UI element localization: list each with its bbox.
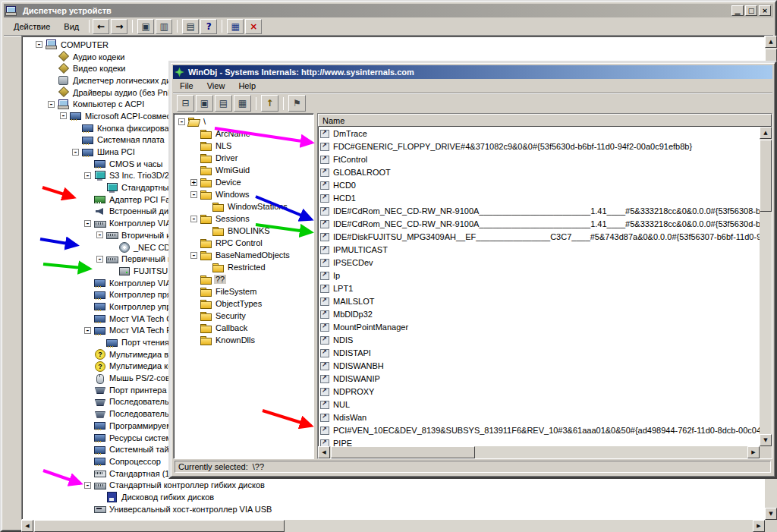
up-one-level-button[interactable]: ↑: [261, 95, 278, 112]
export-list-button[interactable]: ▤: [182, 19, 199, 34]
console-window-button[interactable]: ▣: [137, 19, 154, 34]
object-list-item[interactable]: IPSECDev: [318, 256, 760, 269]
object-list-item[interactable]: HCD0: [318, 178, 760, 191]
tree-item[interactable]: +??: [175, 273, 312, 285]
expander-icon[interactable]: -: [84, 172, 91, 179]
expander-icon[interactable]: -: [60, 112, 67, 119]
object-list-item[interactable]: IDE#DiskFUJITSU_MPG3409AH__EF___________…: [318, 230, 760, 243]
properties-flag-button[interactable]: ⚑: [288, 95, 306, 112]
object-list-item[interactable]: MAILSLOT: [318, 294, 760, 307]
restore-button[interactable]: □: [745, 5, 757, 16]
object-list-item[interactable]: GLOBALROOT: [318, 165, 760, 178]
tree-item[interactable]: +FileSystem: [175, 285, 312, 297]
tree-item[interactable]: +WindowStations: [175, 200, 312, 212]
object-list-item[interactable]: HCD1: [318, 191, 760, 204]
tree-item[interactable]: -Windows: [175, 188, 312, 200]
expander-icon[interactable]: +: [190, 179, 197, 186]
expander-icon[interactable]: -: [178, 118, 185, 125]
object-list-item[interactable]: Ip: [318, 269, 760, 282]
object-list-item[interactable]: IDE#CdRom_NEC_CD-RW_NR-9100A____________…: [318, 204, 760, 217]
object-list-item[interactable]: NDPROXY: [318, 385, 760, 398]
object-list-item[interactable]: NUL: [318, 398, 760, 411]
object-list-item[interactable]: NDIS: [318, 333, 760, 346]
scroll-right-button[interactable]: ▶: [747, 446, 760, 458]
remove-device-button[interactable]: ×: [245, 19, 262, 34]
object-list-item[interactable]: NDISWANIP: [318, 372, 760, 385]
expander-icon[interactable]: -: [190, 252, 197, 259]
object-list-item[interactable]: FtControl: [318, 153, 760, 165]
list-horizontal-scrollbar[interactable]: ◀ ▶: [318, 446, 760, 458]
tree-item[interactable]: +RPC Control: [175, 237, 312, 249]
object-list-item[interactable]: IDE#CdRom_NEC_CD-RW_NR-9100A____________…: [318, 217, 760, 230]
menu-file[interactable]: File: [173, 79, 200, 93]
scroll-left-button[interactable]: ◀: [318, 446, 330, 458]
dm-menu-item-0[interactable]: Действие: [7, 20, 57, 33]
show-hide-tree-button[interactable]: ▥: [156, 19, 172, 34]
menu-help[interactable]: Help: [231, 79, 263, 93]
dm-menu-item-1[interactable]: Вид: [57, 20, 86, 33]
tree-item[interactable]: +ObjectTypes: [175, 297, 312, 310]
object-list-item[interactable]: LPT1: [318, 282, 760, 294]
expander-icon[interactable]: -: [190, 216, 197, 222]
tree-item[interactable]: +WmiGuid: [175, 164, 312, 176]
horizontal-scrollbar[interactable]: ◀ ▶: [21, 520, 765, 532]
close-button[interactable]: ×: [759, 5, 771, 16]
scroll-right-button[interactable]: ▶: [753, 520, 765, 532]
expander-icon[interactable]: -: [96, 256, 103, 263]
object-list-item[interactable]: DmTrace: [318, 127, 760, 140]
object-list-item[interactable]: FDC#GENERIC_FLOPPY_DRIVE#4&371082c9&0&0#…: [318, 140, 760, 153]
device-manager-titlebar[interactable]: Диспетчер устройств ▁□×: [4, 4, 773, 17]
tree-item[interactable]: -Стандартный контроллер гибких дисков: [22, 479, 764, 491]
back-arrow-button[interactable]: ←: [93, 19, 109, 34]
object-list-item[interactable]: NDISTAPI: [318, 346, 760, 359]
minimize-button[interactable]: ▁: [731, 5, 744, 16]
tree-item[interactable]: +BNOLINKS: [175, 225, 312, 237]
scroll-down-button[interactable]: ▼: [765, 508, 777, 520]
expander-icon[interactable]: -: [84, 482, 91, 489]
tree-item[interactable]: -\: [175, 115, 312, 127]
scroll-up-button[interactable]: ▲: [760, 127, 772, 139]
tree-item[interactable]: +Универсальный хост-контроллер VIA USB: [22, 503, 764, 515]
object-list-item[interactable]: NdisWan: [318, 411, 760, 423]
tree-item[interactable]: +Device: [175, 176, 312, 188]
scroll-left-button[interactable]: ◀: [21, 520, 33, 532]
tree-item[interactable]: +KnownDlls: [175, 334, 312, 346]
menu-view[interactable]: View: [200, 79, 232, 93]
object-list-item[interactable]: NDISWANBH: [318, 359, 760, 372]
tree-item[interactable]: +Driver: [175, 152, 312, 164]
column-header-name[interactable]: Name: [318, 114, 772, 127]
expander-icon[interactable]: -: [84, 220, 91, 227]
tree-item[interactable]: +Security: [175, 310, 312, 322]
expander-icon[interactable]: -: [190, 191, 197, 198]
scroll-up-button[interactable]: ▲: [765, 36, 777, 48]
view-details-button[interactable]: ▦: [234, 95, 251, 112]
tree-item[interactable]: +Дисковод гибких дисков: [22, 491, 764, 503]
expander-icon[interactable]: -: [36, 41, 42, 48]
object-list-item[interactable]: PCI#VEN_10EC&DEV_8139&SUBSYS_813911F6&RE…: [318, 423, 760, 436]
tree-item[interactable]: +ArcName: [175, 127, 312, 140]
help-button[interactable]: ?: [200, 19, 217, 34]
view-icons-button[interactable]: ▣: [196, 95, 213, 112]
view-tree-button[interactable]: ⊟: [177, 95, 194, 112]
view-list-button[interactable]: ▤: [215, 95, 232, 112]
tree-item[interactable]: -Sessions: [175, 212, 312, 225]
object-list-item[interactable]: PIPE: [318, 436, 760, 446]
forward-arrow-button[interactable]: →: [111, 19, 127, 34]
tree-item[interactable]: +Restricted: [175, 261, 312, 273]
winobj-titlebar[interactable]: WinObj - Systems Internals: http://www.s…: [173, 65, 772, 79]
object-list-item[interactable]: IPMULTICAST: [318, 243, 760, 256]
horizontal-scroll-thumb[interactable]: [331, 446, 475, 458]
expander-icon[interactable]: -: [48, 101, 55, 108]
tree-item[interactable]: -BaseNamedObjects: [175, 249, 312, 261]
list-vertical-scrollbar[interactable]: ▲ ▼: [760, 127, 772, 446]
scroll-down-button[interactable]: ▼: [760, 434, 772, 446]
tree-item[interactable]: +NLS: [175, 140, 312, 152]
horizontal-scroll-thumb[interactable]: [34, 520, 285, 532]
tree-item[interactable]: -COMPUTER: [22, 39, 764, 51]
object-list-item[interactable]: MountPointManager: [318, 320, 760, 333]
tree-item[interactable]: +Callback: [175, 322, 312, 334]
vertical-scroll-thumb[interactable]: [760, 140, 772, 212]
expander-icon[interactable]: -: [84, 327, 91, 334]
object-list-item[interactable]: MbDlDp32: [318, 307, 760, 320]
expander-icon[interactable]: -: [72, 149, 79, 156]
